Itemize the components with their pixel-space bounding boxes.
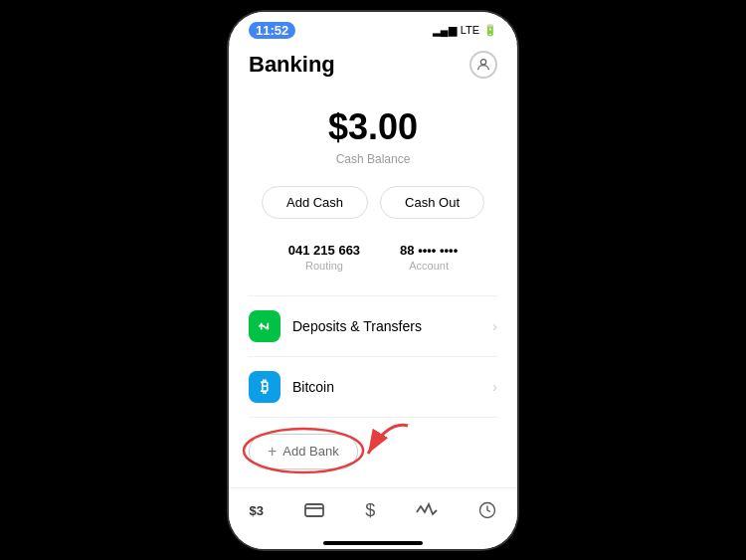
bitcoin-item[interactable]: ₿ Bitcoin › [249,357,497,418]
signal-icon: ▂▄▆ [433,24,457,37]
nav-item-balance[interactable]: $3 [242,499,272,522]
add-bank-button[interactable]: + Add Bank [249,434,358,469]
balance-amount: $3.00 [249,106,497,148]
bottom-nav: $3 $ [229,487,517,531]
bitcoin-chevron-icon: › [492,379,497,395]
routing-info: 041 215 663 Routing [288,243,360,272]
nav-item-dollar[interactable]: $ [357,496,383,525]
account-label: Account [400,260,458,272]
home-bar [323,541,423,545]
deposits-chevron-icon: › [492,318,497,334]
nav-item-activity[interactable] [408,498,446,522]
bitcoin-label: Bitcoin [292,379,492,395]
account-info-item: 88 •••• •••• Account [400,243,458,272]
action-buttons: Add Cash Cash Out [249,186,497,219]
network-label: LTE [461,24,479,36]
add-bank-label: Add Bank [282,444,338,459]
dollar-icon: $ [365,500,375,521]
status-time: 11:52 [249,22,295,39]
main-content: Banking $3.00 Cash Balance Add Cash Cash… [229,43,517,487]
status-bar: 11:52 ▂▄▆ LTE 🔋 [229,12,517,43]
svg-rect-3 [305,504,323,516]
nav-balance-label: $3 [250,503,264,518]
menu-section: Deposits & Transfers › ₿ Bitcoin › [249,295,497,418]
routing-number: 041 215 663 [288,243,360,258]
routing-label: Routing [288,260,360,272]
battery-icon: 🔋 [483,24,497,37]
cash-out-button[interactable]: Cash Out [380,186,484,219]
header: Banking [249,43,497,91]
balance-label: Cash Balance [249,152,497,166]
home-indicator [229,531,517,549]
svg-point-0 [480,59,485,64]
deposits-icon [249,310,280,342]
deposits-transfers-item[interactable]: Deposits & Transfers › [249,296,497,357]
nav-item-card[interactable] [296,499,332,521]
bitcoin-icon: ₿ [249,371,280,403]
phone-frame: 11:52 ▂▄▆ LTE 🔋 Banking $3.00 Cash Balan… [229,12,517,549]
plus-icon: + [268,443,277,461]
add-bank-container: + Add Bank [249,434,358,469]
avatar-button[interactable] [469,51,497,79]
balance-section: $3.00 Cash Balance [249,91,497,186]
page-title: Banking [249,52,335,78]
account-number: 88 •••• •••• [400,243,458,258]
account-info: 041 215 663 Routing 88 •••• •••• Account [249,243,497,272]
card-icon [304,503,324,517]
nav-item-clock[interactable] [470,497,504,523]
status-icons: ▂▄▆ LTE 🔋 [433,24,497,37]
activity-icon [416,502,438,518]
clock-icon [478,501,496,519]
add-cash-button[interactable]: Add Cash [262,186,368,219]
arrow-annotation [348,416,418,470]
deposits-label: Deposits & Transfers [292,318,492,334]
